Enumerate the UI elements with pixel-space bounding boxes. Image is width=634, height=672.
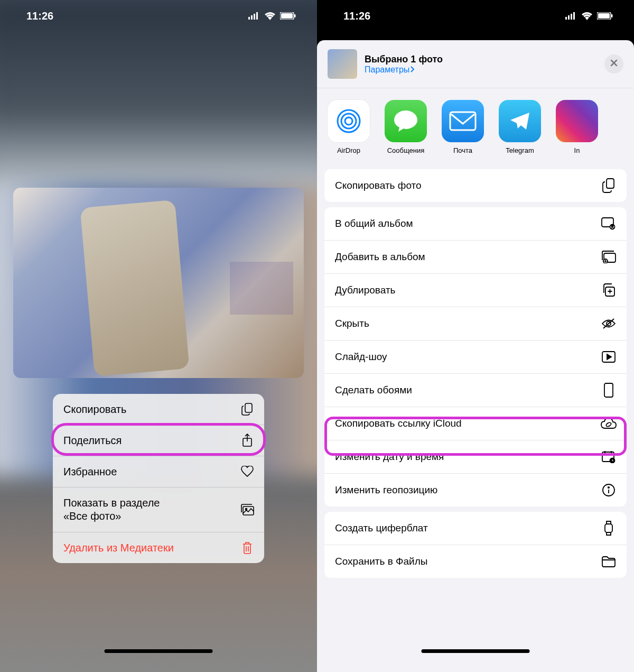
share-icon — [241, 434, 254, 447]
svg-point-19 — [341, 114, 356, 128]
svg-rect-14 — [573, 12, 575, 20]
instagram-label: In — [574, 146, 580, 154]
telegram-app[interactable]: Telegram — [499, 100, 541, 154]
status-bar: 11:26 — [0, 0, 317, 32]
home-indicator[interactable] — [422, 649, 530, 653]
adjust-date-time-action[interactable]: Изменить дату и время — [324, 440, 627, 474]
copy-icloud-link-action[interactable]: Скопировать ссылку iCloud — [324, 407, 627, 440]
hide-action[interactable]: Скрыть — [324, 307, 627, 340]
svg-point-18 — [345, 117, 352, 125]
telegram-icon — [499, 100, 541, 142]
shared-album-action[interactable]: В общий альбом — [324, 207, 627, 241]
share-menu-item[interactable]: Поделиться — [53, 425, 264, 456]
action-group-3: Создать циферблат Сохранить в Файлы — [324, 512, 627, 578]
svg-point-10 — [246, 509, 247, 510]
copy-photo-label: Скопировать фото — [335, 180, 422, 191]
hide-label: Скрыть — [335, 318, 369, 329]
slideshow-label: Слайд-шоу — [335, 351, 387, 363]
show-all-photos-menu-item[interactable]: Показать в разделе«Все фото» — [53, 487, 264, 532]
duplicate-label: Дублировать — [335, 284, 396, 296]
home-indicator[interactable] — [105, 649, 213, 653]
status-time: 11:26 — [26, 10, 53, 22]
svg-rect-13 — [571, 14, 572, 20]
info-icon — [601, 483, 616, 498]
svg-rect-6 — [294, 14, 296, 17]
svg-rect-9 — [243, 507, 254, 515]
messages-app[interactable]: Сообщения — [385, 100, 427, 154]
svg-rect-0 — [248, 17, 250, 20]
copy-photo-action[interactable]: Скопировать фото — [324, 169, 627, 202]
delete-label: Удалить из Медиатеки — [63, 542, 174, 554]
svg-rect-7 — [245, 403, 252, 412]
add-album-label: Добавить в альбом — [335, 251, 425, 263]
close-button[interactable] — [604, 54, 623, 73]
watch-icon — [601, 521, 616, 536]
adjust-location-action[interactable]: Изменить геопозицию — [324, 474, 627, 507]
svg-rect-2 — [254, 14, 255, 20]
right-phone-screen: 11:26 Выбрано 1 фото Параметры — [317, 0, 634, 672]
shared-album-icon — [601, 216, 616, 231]
cellular-signal-icon — [565, 12, 577, 20]
folder-icon — [601, 554, 616, 569]
photo-preview-thumbnail[interactable] — [13, 188, 304, 378]
duplicate-icon — [601, 283, 616, 298]
svg-rect-5 — [281, 13, 293, 19]
slideshow-action[interactable]: Слайд-шоу — [324, 340, 627, 374]
copy-menu-item[interactable]: Скопировать — [53, 394, 264, 425]
save-files-label: Сохранить в Файлы — [335, 556, 427, 567]
wifi-icon — [581, 12, 593, 20]
show-all-label: Показать в разделе«Все фото» — [63, 496, 160, 523]
location-label: Изменить геопозицию — [335, 484, 437, 496]
play-rect-icon — [601, 349, 616, 364]
messages-label: Сообщения — [387, 146, 425, 154]
svg-rect-22 — [607, 179, 614, 188]
messages-icon — [385, 100, 427, 142]
share-sheet: Выбрано 1 фото Параметры AirDrop Сообщен… — [317, 40, 634, 672]
add-album-action[interactable]: Добавить в альбом — [324, 241, 627, 274]
eye-slash-icon — [601, 316, 616, 331]
delete-menu-item[interactable]: Удалить из Медиатеки — [53, 532, 264, 563]
share-label: Поделиться — [63, 435, 122, 447]
create-watchface-action[interactable]: Создать циферблат — [324, 512, 627, 545]
trash-icon — [241, 541, 254, 554]
share-sheet-header: Выбрано 1 фото Параметры — [317, 40, 634, 88]
share-title: Выбрано 1 фото — [365, 54, 597, 65]
svg-rect-3 — [256, 12, 258, 20]
save-to-files-action[interactable]: Сохранить в Файлы — [324, 545, 627, 578]
heart-icon — [241, 465, 254, 478]
copy-icon — [601, 178, 616, 193]
svg-rect-31 — [604, 383, 613, 397]
left-phone-screen: 11:26 Скопировать Поделиться Избранное П… — [0, 0, 317, 672]
svg-point-36 — [608, 487, 609, 488]
wifi-icon — [264, 12, 276, 20]
share-params-link[interactable]: Параметры — [365, 65, 597, 75]
copy-icloud-label: Скопировать ссылку iCloud — [335, 418, 462, 429]
copy-icon — [241, 403, 254, 416]
action-group-1: Скопировать фото — [324, 169, 627, 202]
mail-app[interactable]: Почта — [442, 100, 484, 154]
phone-rect-icon — [601, 383, 616, 398]
close-icon — [610, 59, 618, 69]
favorite-menu-item[interactable]: Избранное — [53, 456, 264, 487]
share-apps-row[interactable]: AirDrop Сообщения Почта Telegram In — [317, 88, 634, 164]
airdrop-label: AirDrop — [337, 146, 360, 154]
add-album-icon — [601, 250, 616, 264]
watchface-label: Создать циферблат — [335, 522, 428, 534]
wallpaper-label: Сделать обоями — [335, 384, 412, 396]
wallpaper-action[interactable]: Сделать обоями — [324, 374, 627, 407]
svg-rect-1 — [251, 15, 253, 20]
airdrop-app[interactable]: AirDrop — [328, 100, 370, 154]
instagram-app[interactable]: In — [556, 100, 598, 154]
svg-point-32 — [605, 422, 612, 427]
shared-album-label: В общий альбом — [335, 218, 413, 229]
duplicate-action[interactable]: Дублировать — [324, 274, 627, 307]
mail-icon — [442, 100, 484, 142]
date-time-label: Изменить дату и время — [335, 451, 444, 463]
svg-point-25 — [611, 225, 613, 227]
cellular-signal-icon — [248, 12, 260, 20]
battery-icon — [280, 12, 296, 20]
photos-stack-icon — [241, 503, 254, 516]
chevron-right-icon — [411, 65, 415, 75]
status-time: 11:26 — [343, 10, 370, 22]
svg-rect-12 — [568, 15, 570, 20]
